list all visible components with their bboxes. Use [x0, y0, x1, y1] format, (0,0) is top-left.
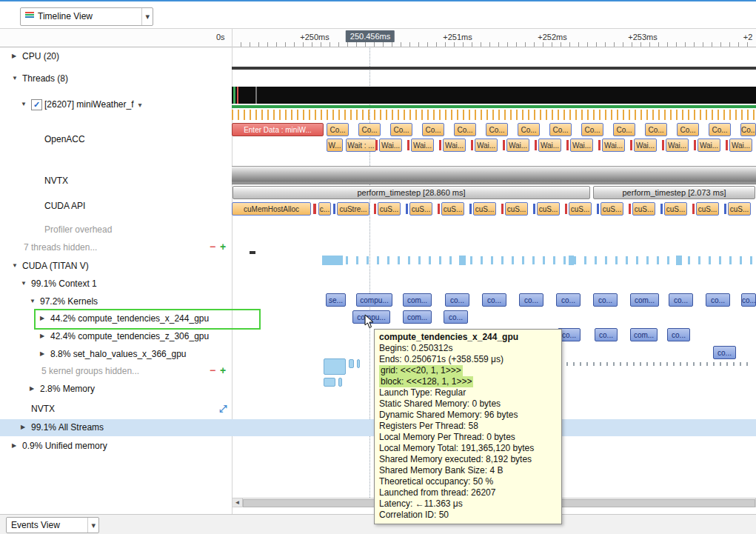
cuda-api-block[interactable]: cuS...: [569, 202, 592, 216]
kernel-block[interactable]: co...: [669, 293, 693, 307]
chevron-down-icon[interactable]: ▼: [30, 298, 36, 304]
chevron-right-icon[interactable]: ▶: [30, 385, 34, 392]
cuda-api-block[interactable]: cuS...: [696, 202, 719, 216]
chevron-right-icon[interactable]: ▶: [12, 442, 16, 449]
kernel-block[interactable]: co...: [595, 328, 618, 341]
cuda-api-block[interactable]: cuS...: [632, 202, 655, 216]
openacc-wait-block[interactable]: W...: [327, 138, 343, 152]
chevron-down-icon[interactable]: ▼: [12, 75, 18, 81]
hide-row-icon[interactable]: −: [210, 364, 215, 376]
cuda-api-block[interactable]: cuS...: [537, 202, 560, 216]
cuda-api-block[interactable]: cuS...: [505, 202, 528, 216]
expand-row-icon[interactable]: ⤢: [219, 403, 227, 415]
cuda-api-block[interactable]: [629, 204, 631, 214]
openacc-wait-block[interactable]: [407, 140, 409, 150]
openacc-wait-block[interactable]: [375, 140, 378, 150]
gpu-activity-block[interactable]: [459, 256, 466, 265]
scroll-left-icon[interactable]: ◄: [233, 498, 243, 507]
sidebar-item-nvtx[interactable]: NVTX: [0, 173, 231, 188]
openacc-block[interactable]: Co...: [486, 123, 508, 136]
memory-transfer-block[interactable]: [357, 359, 360, 368]
openacc-wait-block[interactable]: [694, 140, 696, 150]
memory-transfer-block[interactable]: [324, 378, 335, 387]
cuda-api-block[interactable]: cuS...: [473, 202, 496, 216]
openacc-wait-block[interactable]: Wai...: [538, 138, 561, 152]
openacc-wait-block[interactable]: [439, 140, 441, 150]
openacc-block[interactable]: Co...: [740, 123, 756, 136]
cuda-api-block[interactable]: cuS...: [378, 202, 401, 216]
openacc-wait-block[interactable]: Wai...: [570, 138, 593, 152]
kernel-block[interactable]: co...: [444, 310, 468, 324]
gpu-activity-block[interactable]: [676, 256, 682, 265]
openacc-block[interactable]: Enter Data : miniW...: [232, 123, 324, 136]
cuda-api-block[interactable]: [660, 204, 663, 214]
openacc-wait-block[interactable]: [662, 140, 664, 150]
cuda-api-block[interactable]: c...: [318, 202, 331, 216]
sidebar-item-cuda-api[interactable]: CUDA API: [0, 198, 231, 213]
cuda-api-block[interactable]: [406, 204, 408, 214]
memory-transfer-block[interactable]: [324, 358, 346, 375]
chevron-down-icon[interactable]: ▼: [12, 262, 18, 269]
cuda-api-block[interactable]: [565, 204, 567, 214]
kernel-block[interactable]: com...: [630, 293, 659, 307]
cuda-api-block[interactable]: [597, 204, 599, 214]
chevron-right-icon[interactable]: ▶: [12, 53, 16, 59]
sidebar-item-nvtx-gpu[interactable]: NVTX ⤢: [0, 401, 231, 416]
cuda-api-block[interactable]: cuS...: [441, 202, 464, 216]
memory-transfer-block[interactable]: [349, 359, 354, 368]
hide-row-icon[interactable]: −: [210, 241, 215, 253]
sidebar-item-cuda-titan-v[interactable]: ▼ CUDA (TITAN V): [0, 258, 231, 273]
openacc-wait-block[interactable]: Wai...: [506, 138, 529, 152]
chevron-right-icon[interactable]: ▶: [21, 424, 25, 430]
memory-transfer-block[interactable]: [338, 378, 342, 387]
timeline-view-selector[interactable]: Timeline View ▾: [20, 7, 153, 26]
openacc-block[interactable]: Co...: [518, 123, 540, 136]
chevron-down-icon[interactable]: ▼: [21, 101, 27, 107]
sidebar-item-threads[interactable]: ▼ Threads (8): [0, 71, 231, 86]
kernel-block[interactable]: co...: [482, 293, 506, 307]
nvtx-range[interactable]: perform_timestep [2.073 ms]: [593, 186, 755, 199]
chevron-down-icon[interactable]: ▾: [138, 101, 142, 109]
sidebar-item-set-halo-values[interactable]: ▶ 8.8% set_halo_values_x_366_gpu: [0, 347, 231, 361]
sidebar-item-cpu[interactable]: ▶ CPU (20): [0, 49, 231, 64]
sidebar-item-kernel-groups-hidden[interactable]: 5 kernel groups hidden... − +: [0, 364, 231, 378]
kernel-block[interactable]: co...: [713, 346, 736, 359]
openacc-block[interactable]: Co...: [358, 123, 381, 136]
sidebar-item-unified-memory[interactable]: ▶ 0.9% Unified memory: [0, 438, 231, 453]
sidebar-item-thread-26207[interactable]: ▼ ✓ [26207] miniWeather_f▾: [0, 97, 231, 112]
chevron-down-icon[interactable]: ▼: [21, 280, 27, 287]
openacc-wait-block[interactable]: [535, 140, 537, 150]
cuda-api-block[interactable]: cuS...: [728, 202, 751, 216]
cuda-api-block[interactable]: [533, 204, 535, 214]
openacc-wait-block[interactable]: Wai...: [379, 138, 402, 152]
openacc-wait-block[interactable]: Wai...: [634, 138, 657, 152]
cuda-api-block[interactable]: cuS...: [409, 202, 432, 216]
kernel-block[interactable]: com...: [630, 328, 658, 341]
gpu-activity-block[interactable]: [322, 256, 343, 265]
events-view-selector[interactable]: Events View ▾: [6, 517, 99, 533]
thread-visibility-checkbox[interactable]: ✓: [31, 99, 42, 110]
cuda-api-block[interactable]: [469, 204, 472, 214]
gpu-activity-block[interactable]: [569, 256, 574, 265]
openacc-block[interactable]: Co...: [709, 123, 731, 136]
kernel-block[interactable]: co...: [667, 328, 690, 341]
kernel-block[interactable]: co...: [556, 293, 581, 307]
openacc-block[interactable]: Co...: [677, 123, 699, 136]
kernel-block[interactable]: co...: [519, 293, 543, 307]
kernel-block[interactable]: se...: [326, 293, 346, 307]
openacc-wait-block[interactable]: [471, 140, 473, 150]
sidebar-item-memory[interactable]: ▶ 2.8% Memory: [0, 381, 231, 396]
sidebar-item-compute-tendencies-z[interactable]: ▶ 42.4% compute_tendencies_z_306_gpu: [0, 329, 231, 344]
cuda-api-block[interactable]: [438, 204, 440, 214]
cuda-api-block[interactable]: [374, 204, 376, 214]
sidebar-item-profiler-overhead[interactable]: Profiler overhead: [0, 222, 231, 237]
chevron-right-icon[interactable]: ▶: [40, 350, 44, 357]
cuda-api-block[interactable]: [313, 204, 316, 214]
openacc-wait-block[interactable]: Wai...: [475, 138, 498, 152]
openacc-wait-block[interactable]: [726, 140, 728, 150]
cuda-api-block[interactable]: cuMemHostAlloc: [232, 202, 311, 216]
openacc-wait-block[interactable]: [503, 140, 505, 150]
openacc-wait-block[interactable]: Wai...: [443, 138, 466, 152]
cuda-api-block[interactable]: [501, 204, 504, 214]
openacc-wait-block[interactable]: [598, 140, 601, 150]
